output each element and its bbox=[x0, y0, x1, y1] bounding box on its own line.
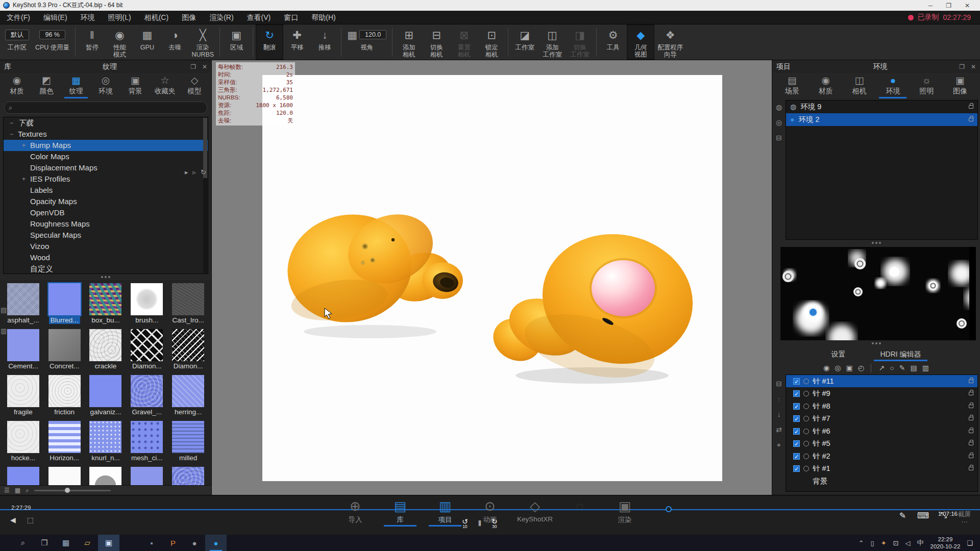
pin-radio[interactable] bbox=[803, 404, 809, 409]
toolbar-button[interactable]: ◨ 切换 工作室 bbox=[566, 24, 594, 60]
tree-item[interactable]: − Textures bbox=[4, 129, 208, 140]
texture-swatch[interactable] bbox=[172, 375, 204, 407]
ribbon-button[interactable]: ▤ 库 bbox=[378, 498, 423, 527]
texture-swatch[interactable] bbox=[7, 329, 39, 361]
texture-swatch[interactable] bbox=[48, 421, 81, 453]
toolbar-button[interactable] bbox=[392, 28, 393, 57]
pin-row[interactable]: 针 #8 bbox=[786, 400, 977, 413]
texture-thumbnail[interactable]: herring... bbox=[169, 374, 207, 419]
pin-radio[interactable] bbox=[803, 441, 809, 446]
project-tab[interactable]: ☼ 照明 bbox=[910, 74, 943, 98]
texture-swatch[interactable] bbox=[7, 421, 39, 453]
toolbar-button[interactable] bbox=[341, 28, 341, 57]
environment-rail-icon[interactable]: ◎ bbox=[776, 118, 782, 127]
lock-icon[interactable] bbox=[969, 467, 973, 470]
toolbar-button[interactable]: ▣ 区域 bbox=[223, 24, 250, 60]
rewind-button[interactable]: ↺ 10 bbox=[462, 518, 468, 529]
texture-swatch[interactable] bbox=[48, 467, 81, 485]
tree-item[interactable]: Color Maps bbox=[4, 151, 208, 162]
pin-checkbox[interactable] bbox=[793, 378, 800, 385]
pin-radio[interactable] bbox=[803, 379, 809, 384]
texture-thumbnail[interactable]: Diamon... bbox=[128, 328, 166, 373]
texture-thumbnail[interactable] bbox=[87, 466, 125, 485]
library-tab[interactable]: ☆ 收藏夹 bbox=[150, 74, 180, 98]
float-panel-icon[interactable]: ❐ bbox=[959, 63, 965, 70]
texture-swatch[interactable] bbox=[89, 421, 121, 453]
toolbar-button[interactable]: ↻ 翻滚 bbox=[256, 24, 283, 60]
bottombar-left-icon[interactable]: ◀ bbox=[10, 516, 16, 524]
texture-swatch[interactable] bbox=[172, 421, 204, 453]
view-mode-icon[interactable]: ☰ bbox=[4, 487, 10, 494]
texture-swatch[interactable] bbox=[48, 375, 81, 407]
texture-thumbnail[interactable]: milled bbox=[169, 420, 207, 465]
lock-icon[interactable] bbox=[969, 380, 973, 383]
menu-item[interactable]: 渲染(R) bbox=[203, 11, 240, 24]
menu-item[interactable]: 环境 bbox=[74, 11, 102, 24]
texture-swatch[interactable] bbox=[89, 375, 121, 407]
tree-item[interactable]: − 下载 bbox=[4, 117, 208, 129]
toolbar-button[interactable] bbox=[596, 28, 597, 57]
tray-icon[interactable]: ⊡ bbox=[893, 539, 899, 547]
texture-thumbnail[interactable]: friction bbox=[45, 374, 84, 419]
library-tab[interactable]: ▦ 纹理 bbox=[61, 74, 91, 98]
pin-checkbox[interactable] bbox=[793, 440, 800, 447]
texture-thumbnail[interactable]: Cement... bbox=[4, 328, 42, 373]
pin-radio[interactable] bbox=[803, 429, 809, 434]
toolbar-button[interactable]: ✚ 平移 bbox=[283, 24, 311, 60]
tree-item[interactable]: Labels bbox=[4, 185, 208, 196]
lock-icon[interactable] bbox=[969, 405, 973, 408]
taskbar-app-icon[interactable]: ❒ bbox=[34, 535, 55, 551]
pins-rail-icon[interactable]: ↑ bbox=[777, 395, 781, 403]
texture-thumbnail[interactable]: asphalt_... bbox=[4, 282, 42, 327]
menu-item[interactable]: 相机(C) bbox=[138, 11, 175, 24]
tree-item[interactable]: Vizoo bbox=[4, 241, 208, 252]
pins-rail-icon[interactable]: ⌖ bbox=[777, 441, 781, 449]
taskbar-app-icon[interactable]: ▦ bbox=[55, 535, 77, 551]
toolbar-button[interactable] bbox=[508, 28, 508, 57]
toolbar-button[interactable] bbox=[219, 28, 220, 57]
lock-icon[interactable] bbox=[969, 430, 973, 433]
texture-swatch[interactable] bbox=[131, 329, 163, 361]
pause-button[interactable]: ‖ bbox=[478, 519, 481, 528]
pin-toolbar-icon[interactable]: ↗ bbox=[879, 364, 885, 372]
pin-radio[interactable] bbox=[803, 391, 809, 396]
tree-expander-icon[interactable]: − bbox=[10, 129, 18, 140]
lock-icon[interactable] bbox=[969, 392, 973, 395]
search-side-icon[interactable]: ▸ bbox=[185, 168, 188, 176]
action-center-icon[interactable]: ❏ bbox=[967, 539, 973, 547]
pin-toolbar-icon[interactable]: ◎ bbox=[835, 364, 841, 372]
tray-icon[interactable]: ◁ bbox=[905, 539, 911, 547]
editor-tab[interactable]: 设置 bbox=[825, 348, 851, 361]
texture-swatch[interactable] bbox=[7, 375, 39, 407]
lock-icon[interactable] bbox=[969, 417, 973, 420]
menu-item[interactable]: 图像 bbox=[175, 11, 203, 24]
virtual-keyboard-icon[interactable]: ⌨ bbox=[917, 511, 929, 520]
editor-tab[interactable]: HDRI 编辑器 bbox=[874, 348, 927, 361]
pin-checkbox[interactable] bbox=[793, 390, 800, 397]
pins-rail-icon[interactable]: ⇄ bbox=[776, 425, 782, 434]
pin-toolbar-icon[interactable]: ▣ bbox=[846, 364, 852, 372]
lock-icon[interactable] bbox=[969, 455, 973, 458]
bottombar-left-icon[interactable]: ⬚ bbox=[27, 516, 34, 524]
toolbar-button[interactable]: ╳ 渲染 NURBS bbox=[188, 24, 217, 60]
project-tab[interactable]: ▣ 图像 bbox=[943, 74, 977, 98]
thumbnail-size-slider[interactable] bbox=[34, 490, 111, 491]
library-tab[interactable]: ◇ 模型 bbox=[180, 74, 209, 98]
pin-radio[interactable] bbox=[803, 466, 809, 471]
texture-swatch[interactable] bbox=[172, 467, 204, 485]
texture-thumbnail[interactable]: Gravel_... bbox=[128, 374, 166, 419]
pin-row[interactable]: 针 #11 bbox=[786, 375, 977, 388]
menu-item[interactable]: 查看(V) bbox=[240, 11, 278, 24]
toolbar-button-value[interactable]: 默认 bbox=[5, 30, 29, 40]
texture-swatch[interactable] bbox=[7, 283, 39, 315]
lock-icon[interactable] bbox=[969, 118, 973, 121]
taskbar-app-icon[interactable] bbox=[119, 535, 141, 551]
ribbon-button[interactable]: ▣ 渲染 bbox=[602, 498, 647, 527]
pins-rail-icon[interactable]: ⊟ bbox=[776, 380, 782, 388]
pin-toolbar-icon[interactable]: ✎ bbox=[899, 364, 905, 372]
search-input[interactable] bbox=[12, 104, 203, 111]
ribbon-button[interactable]: ▥ 项目 bbox=[423, 498, 468, 527]
lock-icon[interactable] bbox=[969, 442, 973, 445]
panel-splitter[interactable] bbox=[772, 240, 980, 246]
toolbar-button[interactable]: ↓ 推移 bbox=[311, 24, 338, 60]
